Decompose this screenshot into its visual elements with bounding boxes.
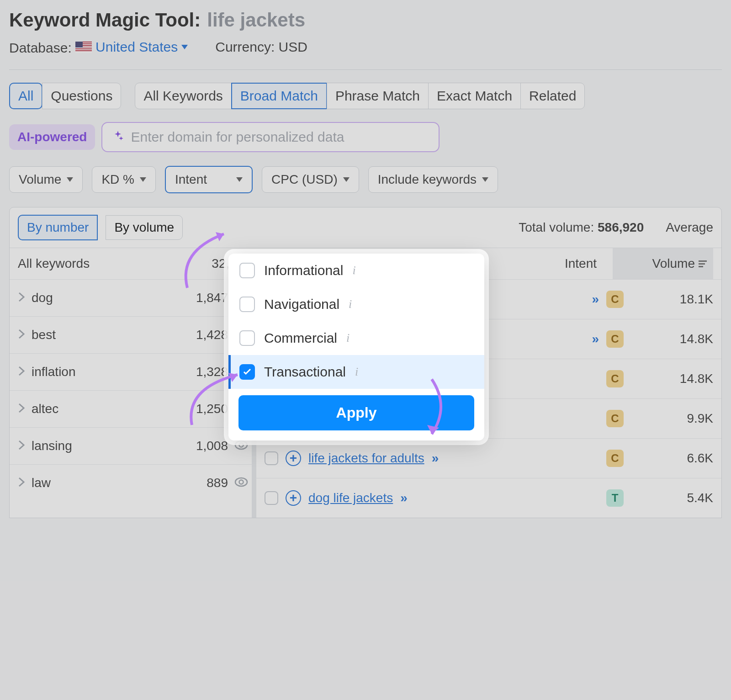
group-name: altec [32,402,171,416]
title-query: life jackets [207,9,305,31]
volume-value: 9.9K [631,411,713,426]
intent-option-label: Transactional [264,364,346,380]
chevron-right-icon [18,328,25,342]
chevron-down-icon [236,177,243,182]
group-name: best [32,328,171,342]
database-country: United States [95,39,178,55]
double-chevron-icon[interactable]: » [592,332,599,346]
add-icon[interactable]: + [286,490,301,506]
group-count: 1,847 [178,291,228,305]
tab-exact-match[interactable]: Exact Match [428,83,521,109]
volume-value: 14.8K [631,332,713,346]
svg-point-8 [235,441,247,449]
group-count: 1,428 [178,328,228,342]
intent-option[interactable]: Navigational i [228,287,484,321]
chevron-down-icon [482,177,488,182]
keyword-group-row[interactable]: law 889 [10,464,256,501]
chevron-right-icon [18,476,25,490]
group-count: 1,250 [178,402,228,416]
page-title: Keyword Magic Tool: life jackets [9,9,722,31]
col-intent[interactable]: Intent [549,256,613,271]
group-name: inflation [32,365,171,379]
svg-point-9 [239,443,244,447]
eye-icon[interactable] [234,476,248,490]
keyword-group-row[interactable]: best 1,428 [10,316,256,353]
double-chevron-icon[interactable]: » [592,292,599,307]
tab-related[interactable]: Related [520,83,585,109]
filter-intent[interactable]: Intent [165,166,253,193]
row-checkbox[interactable] [265,491,278,505]
keyword-group-row[interactable]: altec 1,250 [10,390,256,427]
chevron-right-icon [18,365,25,379]
filter-kd[interactable]: KD % [92,166,156,193]
currency-value: USD [279,39,307,54]
group-name: law [32,476,171,490]
col-volume[interactable]: Volume [613,248,713,279]
tab-all[interactable]: All [9,83,42,109]
group-count: 1,008 [178,439,228,453]
add-icon[interactable]: + [286,451,301,466]
tab-broad-match[interactable]: Broad Match [231,83,327,109]
intent-option-label: Navigational [264,297,339,312]
chevron-down-icon [140,177,146,182]
total-volume: Total volume: 586,920 [519,220,644,235]
keyword-result-row: + life jackets for adults » C 6.6K [256,438,721,478]
group-count: 1,328 [178,365,228,379]
intent-option[interactable]: Transactional i [228,355,484,389]
checkbox[interactable] [239,364,255,380]
chevron-down-icon [181,45,188,49]
group-name: dog [32,291,171,305]
group-count: 889 [178,476,228,490]
keyword-group-row[interactable]: lansing 1,008 [10,427,256,464]
double-chevron-icon[interactable]: » [432,451,439,466]
keyword-link[interactable]: dog life jackets [308,491,393,505]
intent-option-label: Commercial [264,330,337,346]
sort-by-number[interactable]: By number [18,215,98,240]
intent-dropdown: Informational i Navigational i Commercia… [228,254,484,440]
filter-cpc[interactable]: CPC (USD) [262,166,359,193]
divider [9,69,722,70]
sort-desc-icon [699,260,707,267]
filter-include-keywords[interactable]: Include keywords [368,166,498,193]
checkbox[interactable] [239,297,255,312]
svg-point-11 [239,480,244,484]
sort-by-volume[interactable]: By volume [106,215,183,240]
database-picker[interactable]: Database: United States [9,39,188,56]
chevron-down-icon [67,177,73,182]
tab-questions[interactable]: Questions [42,83,121,109]
apply-button[interactable]: Apply [238,395,474,430]
keyword-result-row: + dog life jackets » T 5.4K [256,478,721,518]
row-checkbox[interactable] [265,451,278,465]
intent-badge: C [606,291,624,308]
keyword-link[interactable]: life jackets for adults [308,451,424,466]
domain-input[interactable] [131,129,429,145]
checkbox[interactable] [239,263,255,278]
intent-badge: T [606,489,624,507]
info-icon[interactable]: i [352,264,355,277]
chevron-right-icon [18,402,25,416]
svg-point-10 [235,478,247,486]
keyword-group-row[interactable]: dog 1,847 [10,279,256,316]
intent-option[interactable]: Commercial i [228,321,484,355]
tab-all-keywords[interactable]: All Keywords [135,83,231,109]
intent-badge: C [606,330,624,348]
eye-icon[interactable] [234,439,248,453]
domain-input-wrapper[interactable] [101,122,440,152]
info-icon[interactable]: i [355,365,358,379]
intent-option-label: Informational [264,263,343,278]
ai-powered-pill: AI-powered [9,124,95,150]
filter-volume[interactable]: Volume [9,166,83,193]
intent-option[interactable]: Informational i [228,254,484,287]
currency-display: Currency: USD [215,39,307,56]
sparkle-icon [111,130,124,145]
flag-us-icon [75,42,92,53]
info-icon[interactable]: i [346,331,350,345]
keyword-group-row[interactable]: inflation 1,328 [10,353,256,390]
currency-label: Currency: [215,39,275,54]
double-chevron-icon[interactable]: » [400,491,408,505]
tab-phrase-match[interactable]: Phrase Match [327,83,429,109]
average-label: Average [666,220,713,235]
checkbox[interactable] [239,330,255,346]
info-icon[interactable]: i [349,297,352,311]
chevron-right-icon [18,439,25,453]
